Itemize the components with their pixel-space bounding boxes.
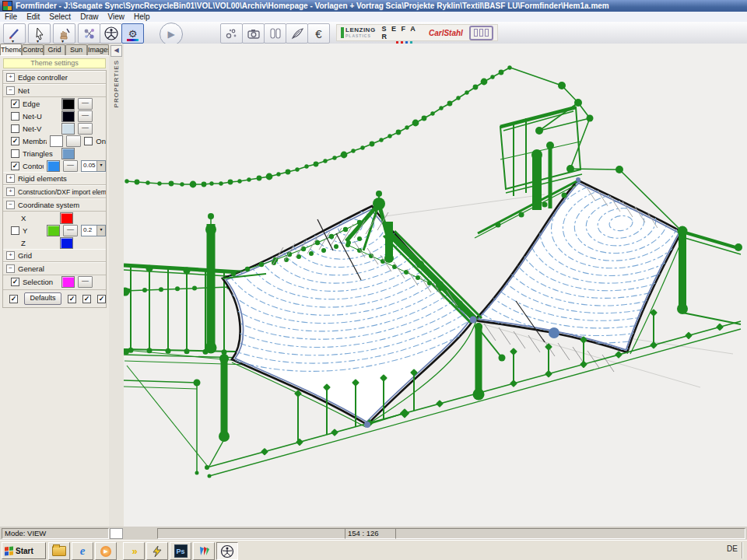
- euro-tool[interactable]: €: [307, 23, 330, 44]
- menu-view[interactable]: View: [103, 12, 130, 22]
- axis-width-dropdown[interactable]: 0.2 ▾: [81, 225, 106, 236]
- panel-tabs: Theme Controls Grid Sun Images: [0, 44, 109, 56]
- menu-help[interactable]: Help: [129, 12, 155, 22]
- color-swatch[interactable]: [60, 237, 73, 249]
- status-mode: Mode: VIEW: [2, 528, 109, 539]
- camera-icon: [247, 26, 261, 40]
- checkbox[interactable]: ✓: [11, 137, 19, 145]
- collapse-icon[interactable]: −: [6, 86, 15, 95]
- chevron-down-icon: ▾: [96, 226, 105, 236]
- color-swatch[interactable]: [50, 135, 63, 147]
- color-swatch[interactable]: [47, 160, 60, 172]
- color-swatch[interactable]: [61, 98, 75, 110]
- color-swatch[interactable]: [61, 110, 75, 122]
- checkbox[interactable]: ✓: [97, 295, 106, 303]
- contours-width-dropdown[interactable]: 0.05 ▾: [81, 160, 106, 172]
- line-style-button[interactable]: —: [78, 276, 93, 288]
- collapse-panel-arrow[interactable]: ◀: [110, 45, 122, 57]
- section-general[interactable]: − General: [3, 262, 106, 275]
- line-style-button[interactable]: —: [63, 225, 78, 236]
- winamp-shortcut[interactable]: [146, 542, 168, 560]
- checkbox[interactable]: ✓: [11, 162, 19, 170]
- section-construction[interactable]: + Construction/DXF import elements: [3, 185, 106, 198]
- language-indicator[interactable]: DE: [727, 544, 738, 553]
- section-rigid[interactable]: + Rigid elements: [3, 172, 106, 185]
- vitruvian-man-icon: [220, 544, 234, 558]
- color-swatch[interactable]: [61, 123, 75, 135]
- color-gradient-strip: [127, 39, 139, 41]
- color-swatch[interactable]: [61, 276, 75, 288]
- section-coordinate-system[interactable]: − Coordinate system: [3, 198, 106, 212]
- viewport-canvas[interactable]: [124, 44, 747, 527]
- checkbox[interactable]: ✓: [11, 100, 19, 108]
- play-button[interactable]: ▶: [160, 23, 183, 46]
- grab-tool[interactable]: ▾: [53, 23, 75, 44]
- checkbox[interactable]: ✓: [68, 295, 76, 303]
- theme-settings-tool[interactable]: ⚙: [121, 23, 144, 44]
- line-style-button[interactable]: —: [78, 98, 93, 110]
- style-button[interactable]: [66, 135, 81, 147]
- title-bar[interactable]: Formfinder - J:\Seagate Sync\SyncRecycle…: [0, 0, 747, 12]
- file-manager-shortcut[interactable]: [48, 542, 70, 560]
- line-style-button[interactable]: —: [63, 160, 78, 172]
- tab-theme[interactable]: Theme: [0, 44, 22, 55]
- menu-edit[interactable]: Edit: [22, 12, 44, 22]
- toolbar: ▾ ▾ ▾ ⚙ ▶: [0, 22, 747, 44]
- menu-draw[interactable]: Draw: [75, 12, 103, 22]
- media-player-shortcut[interactable]: ▶: [95, 542, 117, 560]
- sefar-logo: S E F A R: [382, 25, 423, 40]
- theme-settings-header: Theme settings: [3, 58, 106, 68]
- menu-file[interactable]: File: [0, 12, 22, 22]
- flashget-shortcut[interactable]: »: [123, 542, 145, 560]
- line-style-button[interactable]: —: [78, 123, 93, 135]
- section-net[interactable]: − Net: [3, 84, 106, 97]
- membrane-rolls-tool[interactable]: [264, 23, 286, 44]
- forces-tool[interactable]: [78, 23, 100, 44]
- selected-node-dot[interactable]: [549, 327, 559, 338]
- tab-sun[interactable]: Sun: [65, 44, 87, 55]
- section-edge-controller[interactable]: + Edge controller: [3, 71, 106, 84]
- checkbox[interactable]: [11, 112, 19, 121]
- section-grid[interactable]: + Grid: [3, 249, 106, 262]
- formfinder-task-button[interactable]: [216, 542, 238, 560]
- tab-controls[interactable]: Controls: [22, 44, 44, 55]
- menu-select[interactable]: Select: [44, 12, 75, 22]
- color-swatch[interactable]: [60, 212, 73, 224]
- formfinder-man-tool[interactable]: [100, 23, 122, 44]
- vitruvian-man-icon: [103, 26, 119, 41]
- draw-pencil-tool[interactable]: ▾: [3, 23, 26, 44]
- checkbox[interactable]: ✓: [82, 295, 91, 303]
- color-swatch[interactable]: [47, 225, 60, 236]
- collapse-icon[interactable]: −: [6, 264, 15, 273]
- select-cursor-tool[interactable]: ▾: [28, 23, 51, 44]
- row-z: Z: [3, 236, 106, 249]
- checkbox[interactable]: ✓: [11, 278, 19, 286]
- color-shapes-icon: [198, 545, 210, 558]
- photoshop-shortcut[interactable]: Ps: [170, 542, 191, 560]
- tab-grid[interactable]: Grid: [44, 44, 65, 55]
- collapse-icon[interactable]: −: [6, 201, 15, 209]
- expand-icon[interactable]: +: [6, 251, 15, 260]
- expand-icon[interactable]: +: [6, 174, 15, 183]
- expand-icon[interactable]: +: [6, 187, 15, 196]
- checkbox[interactable]: [11, 226, 19, 235]
- row-contours: ✓ Contours — 0.05 ▾: [3, 159, 106, 172]
- checkbox[interactable]: [11, 124, 19, 133]
- color-swatch[interactable]: [61, 148, 75, 159]
- shapes-app-shortcut[interactable]: [193, 542, 215, 560]
- feather-tool[interactable]: [286, 23, 308, 44]
- tab-images[interactable]: Images: [87, 44, 109, 55]
- checkbox[interactable]: [11, 149, 19, 158]
- particles-tool[interactable]: [220, 23, 243, 44]
- checkbox[interactable]: ✓: [9, 295, 18, 303]
- checkbox-on[interactable]: [84, 137, 93, 145]
- internet-explorer-shortcut[interactable]: e: [72, 542, 93, 560]
- chevron-down-icon: ▾: [96, 161, 105, 171]
- row-netu: Net-U —: [3, 110, 106, 122]
- expand-icon[interactable]: +: [6, 73, 15, 82]
- camera-tool[interactable]: [242, 23, 265, 44]
- defaults-button[interactable]: Defaults: [24, 292, 61, 305]
- properties-strip: ◀ PROPERTIES: [109, 44, 124, 527]
- line-style-button[interactable]: —: [78, 110, 93, 122]
- start-button[interactable]: Start: [2, 542, 46, 559]
